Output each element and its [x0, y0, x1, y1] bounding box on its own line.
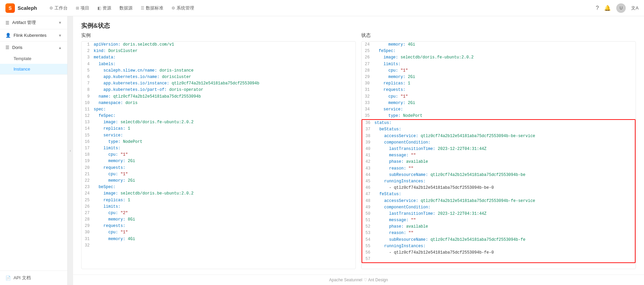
line-content: limits: — [94, 145, 355, 152]
nav-resource-label: 资源 — [102, 5, 111, 11]
lang-icon[interactable]: 文A — [631, 5, 639, 11]
code-line: 17 limits: — [82, 145, 355, 152]
code-line: 25 replicas: 1 — [82, 197, 355, 204]
sidebar-collapse-button[interactable]: ‹ — [68, 16, 73, 285]
line-content: app.kubernetes.io/part-of: doris-operato… — [94, 87, 355, 93]
line-content: memory: 2Gi — [374, 74, 636, 80]
nav-project-label: 项目 — [80, 5, 89, 11]
code-line: 54 subResourceName: qtlz0cf74a2b12e54181… — [362, 237, 635, 243]
code-line: 11spec: — [82, 106, 355, 113]
line-content: limits: — [94, 204, 355, 210]
sidebar-item-instance[interactable]: Instance — [0, 64, 67, 74]
line-number: 12 — [82, 113, 94, 119]
nav-project[interactable]: ⊞ 项目 — [72, 0, 93, 16]
line-content: namespace: doris — [94, 100, 355, 106]
line-number: 24 — [82, 190, 94, 197]
sidebar-api-doc[interactable]: 📄 API 文档 — [0, 270, 67, 285]
line-content: kind: DorisCluster — [94, 48, 355, 54]
line-number: 40 — [362, 146, 374, 152]
logo[interactable]: S Scaleph — [5, 3, 37, 13]
line-content: cpu: "2" — [94, 210, 355, 216]
sidebar-section-flink: 👤 Flink Kuberentes ▼ — [0, 29, 67, 42]
code-line: 32 cpu: "1" — [362, 94, 636, 100]
layout: ☰ Artifact 管理 ▼ 👤 Flink Kuberentes ▼ ☰ — [0, 16, 644, 285]
code-line: 32 — [82, 242, 355, 249]
instance-panel-title: 实例 — [81, 32, 356, 38]
code-line: 38 accessService: qtlz0cf74a2b12e54181ab… — [362, 133, 635, 139]
avatar[interactable]: U — [616, 3, 626, 13]
line-number: 34 — [362, 106, 374, 113]
status-code-scroll[interactable]: 24 memory: 4Gi25 feSpec:26 image: select… — [362, 42, 636, 269]
line-content: status: — [374, 120, 635, 126]
status-highlight-region: 36status:37 beStatus:38 accessService: q… — [362, 119, 636, 263]
code-line: 5 scaleph.sliew.cn/name: doris-instance — [82, 68, 355, 74]
line-content: limits: — [374, 61, 636, 68]
instance-panel: 实例 1apiVersion: doris.selectdb.com/v12ki… — [81, 32, 356, 269]
code-line: 49 componentCondition: — [362, 204, 635, 211]
line-number: 3 — [82, 54, 94, 61]
line-number: 11 — [82, 106, 94, 113]
line-number: 25 — [82, 197, 94, 204]
line-content: cpu: "1" — [94, 171, 355, 178]
line-number: 27 — [362, 61, 374, 68]
code-line: 10 namespace: doris — [82, 100, 355, 106]
main-content: 实例&状态 实例 1apiVersion: doris.selectdb.com… — [73, 16, 644, 285]
status-code-block: 24 memory: 4Gi25 feSpec:26 image: select… — [362, 42, 636, 263]
nav-resource[interactable]: ◧ 资源 — [93, 0, 115, 16]
help-icon[interactable]: ? — [596, 5, 599, 11]
code-line: 37 beStatus: — [362, 126, 635, 133]
code-line: 36status: — [362, 120, 635, 126]
line-number: 4 — [82, 61, 94, 68]
sidebar-item-flink[interactable]: 👤 Flink Kuberentes ▼ — [0, 29, 67, 41]
line-number: 32 — [362, 94, 374, 100]
line-content: subResourceName: qtlz0cf74a2b12e54181aba… — [374, 237, 635, 243]
sidebar-item-artifact[interactable]: ☰ Artifact 管理 ▼ — [0, 16, 67, 29]
line-number: 31 — [82, 236, 94, 242]
code-line: 27 limits: — [362, 61, 636, 68]
line-content: type: NodePort — [94, 139, 355, 145]
bell-icon[interactable]: 🔔 — [604, 5, 611, 11]
nav-workbench[interactable]: ⚙ 工作台 — [45, 0, 72, 16]
line-number: 49 — [362, 204, 374, 211]
instance-code-scroll[interactable]: 1apiVersion: doris.selectdb.com/v12kind:… — [82, 42, 355, 269]
instance-code-container: 1apiVersion: doris.selectdb.com/v12kind:… — [81, 41, 356, 269]
line-content: cpu: "1" — [374, 68, 636, 74]
line-number: 30 — [362, 80, 374, 87]
nav-datastandard[interactable]: ☰ 数据标准 — [137, 0, 167, 16]
sidebar-item-flink-left: 👤 Flink Kuberentes — [5, 33, 47, 38]
topnav: S Scaleph ⚙ 工作台 ⊞ 项目 ◧ 资源 数据源 ☰ 数据标准 ⚙ 系… — [0, 0, 644, 16]
line-content: phase: available — [374, 159, 635, 165]
sidebar-doris-label: Doris — [12, 45, 22, 50]
sidebar-flink-label: Flink Kuberentes — [14, 33, 47, 38]
nav-datasource[interactable]: 数据源 — [115, 0, 137, 16]
line-content: image: selectdb/doris.fe-ubuntu:2.0.2 — [374, 54, 636, 61]
line-content: runningInstances: — [374, 178, 635, 185]
status-code-container: 24 memory: 4Gi25 feSpec:26 image: select… — [361, 41, 636, 269]
panels-container: 实例 1apiVersion: doris.selectdb.com/v12ki… — [73, 32, 644, 275]
code-line: 43 reason: "" — [362, 165, 635, 172]
nav-sysadmin[interactable]: ⚙ 系统管理 — [167, 0, 198, 16]
code-line: 51 message: "" — [362, 217, 635, 224]
sidebar-item-template[interactable]: Template — [0, 53, 67, 64]
line-number: 8 — [82, 87, 94, 93]
code-line: 3metadata: — [82, 54, 355, 61]
app-name: Scaleph — [18, 5, 37, 11]
code-line: 9 name: qtlz0cf74a2b12e54181aba75dcf2553… — [82, 94, 355, 100]
code-line: 6 app.kubernetes.io/name: doriscluster — [82, 74, 355, 80]
sidebar-section-artifact: ☰ Artifact 管理 ▼ — [0, 16, 67, 29]
project-icon: ⊞ — [76, 6, 79, 10]
line-content: app.kubernetes.io/name: doriscluster — [94, 74, 355, 80]
line-content: phase: available — [374, 224, 635, 230]
code-line: 29 memory: 2Gi — [362, 74, 636, 80]
code-line: 41 message: "" — [362, 152, 635, 159]
code-line: 53 reason: "" — [362, 230, 635, 236]
code-line: 42 phase: available — [362, 159, 635, 165]
line-content: lastTransitionTime: 2023-12-22T04:31:44Z — [374, 211, 635, 217]
line-content: memory: 2Gi — [374, 100, 636, 106]
code-line: 22 memory: 2Gi — [82, 178, 355, 184]
sidebar-item-doris[interactable]: ☰ Doris ▲ — [0, 42, 67, 53]
line-number: 32 — [82, 242, 94, 249]
sidebar-doris-sub: Template Instance — [0, 53, 67, 74]
code-line: 14 replicas: 1 — [82, 126, 355, 132]
line-content: image: selectdb/doris.be-ubuntu:2.0.2 — [94, 190, 355, 197]
